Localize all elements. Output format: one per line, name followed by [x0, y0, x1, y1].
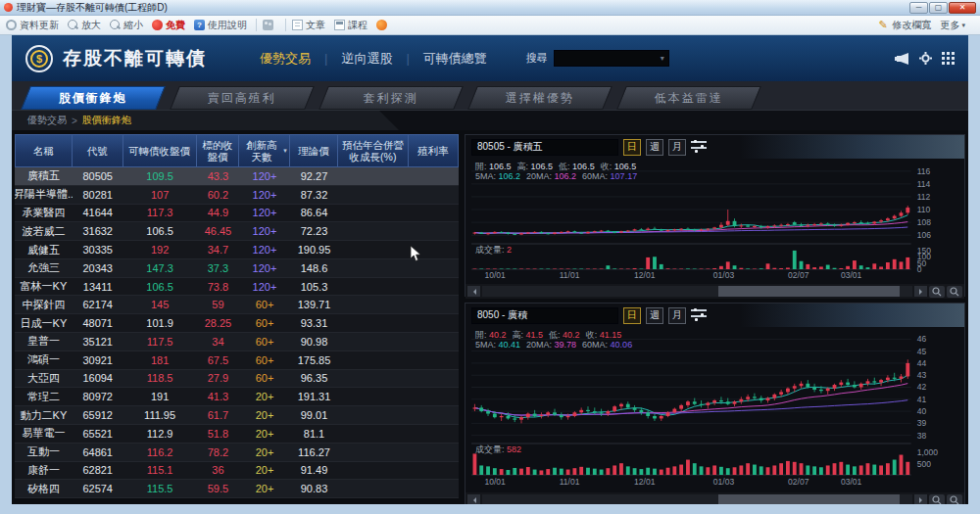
- grid-icon[interactable]: [942, 52, 955, 65]
- period-button-日[interactable]: 日: [623, 307, 641, 324]
- column-header-6[interactable]: 預估年合併營收成長(%): [338, 134, 409, 167]
- toolbar-item[interactable]: 課程: [334, 19, 368, 32]
- close-button[interactable]: ✕: [949, 2, 976, 14]
- zoom-in-button[interactable]: [947, 494, 962, 505]
- cell: 65912: [73, 406, 123, 424]
- volume-value: 582: [507, 444, 521, 454]
- breadcrumb-bar: 優勢交易>股價衝鋒炮: [12, 111, 968, 130]
- column-header-2[interactable]: 可轉債收盤價: [123, 134, 197, 167]
- table-row[interactable]: 富林一KY13411106.573.8120+105.3: [15, 278, 459, 297]
- table-row[interactable]: 波若威二31632106.546.45120+72.23: [15, 222, 459, 241]
- scrollbar-thumb[interactable]: [718, 286, 899, 297]
- table-row[interactable]: 易華電一65521112.951.820+81.1: [15, 425, 459, 444]
- table-row[interactable]: 日成一KY48071101.928.2560+93.31: [15, 314, 459, 333]
- cell: 41644: [73, 205, 123, 222]
- breadcrumb-item[interactable]: 優勢交易: [27, 114, 67, 127]
- toolbar-item[interactable]: [376, 20, 390, 30]
- toolbar-item[interactable]: 放大: [68, 19, 101, 32]
- column-header-0[interactable]: 名稱: [15, 134, 73, 167]
- legend-label: 20MA:: [526, 171, 555, 181]
- toolbar-item[interactable]: 縮小: [110, 19, 143, 32]
- cell: 147.3: [123, 259, 197, 277]
- cell: 61.7: [197, 406, 239, 424]
- cell: [409, 351, 459, 369]
- table-row[interactable]: 互動一64861116.278.220+116.27: [15, 444, 459, 462]
- svg-text:1,000: 1,000: [917, 447, 939, 457]
- table-row[interactable]: 鴻碩一3092118167.560+175.85: [15, 351, 459, 370]
- zoom-in-button[interactable]: [947, 286, 962, 298]
- table-row[interactable]: 康舒一62821115.13620+91.49: [15, 462, 459, 481]
- zoom-out-button[interactable]: [929, 494, 945, 505]
- cell: 175.85: [290, 351, 338, 369]
- symbol-input[interactable]: 8050 - 廣積: [471, 307, 618, 324]
- toolbar-item[interactable]: [263, 20, 276, 30]
- table-row[interactable]: 允強三20343147.337.3120+148.6: [15, 259, 459, 278]
- cell: [409, 480, 459, 497]
- scrollbar-track[interactable]: [482, 286, 912, 297]
- gear-icon[interactable]: [919, 52, 932, 65]
- maximize-button[interactable]: ▢: [929, 2, 948, 14]
- tab-1[interactable]: 賣回高殖利: [170, 86, 315, 110]
- period-button-日[interactable]: 日: [623, 139, 641, 156]
- toolbar-item[interactable]: 更多▾: [940, 19, 965, 32]
- column-header-1[interactable]: 代號: [73, 134, 123, 167]
- period-button-月[interactable]: 月: [668, 307, 686, 324]
- tab-0[interactable]: 股價衝鋒炮: [21, 86, 166, 110]
- svg-text:11/01: 11/01: [560, 477, 580, 487]
- toolbar-item[interactable]: ✎修改欄寬: [878, 19, 931, 32]
- zoom-out-button[interactable]: [929, 286, 945, 298]
- scrollbar-thumb[interactable]: [718, 494, 899, 504]
- search-label: 搜尋: [526, 51, 548, 66]
- table-row[interactable]: 廣積五80505109.543.3120+92.27: [15, 167, 459, 186]
- nav-item-0[interactable]: 優勢交易: [260, 50, 311, 68]
- tab-2[interactable]: 套利探測: [318, 86, 464, 110]
- tab-3[interactable]: 選擇權優勢: [467, 86, 612, 110]
- search-input[interactable]: ▾: [554, 50, 669, 67]
- cell: 191.31: [290, 388, 338, 405]
- column-header-4[interactable]: 創新高天數▾: [239, 134, 290, 167]
- period-button-週[interactable]: 週: [646, 139, 663, 156]
- symbol-input[interactable]: 80505 - 廣積五: [471, 139, 618, 156]
- scroll-left-button[interactable]: [467, 494, 480, 504]
- table-row[interactable]: 皇普一35121117.53460+90.98: [15, 333, 459, 351]
- period-button-月[interactable]: 月: [668, 139, 686, 156]
- scroll-right-button[interactable]: [914, 286, 927, 297]
- scroll-right-button[interactable]: [914, 494, 927, 504]
- table-row[interactable]: 矽格四62574115.559.520+90.83: [15, 480, 459, 498]
- column-header-3[interactable]: 標的收盤價: [197, 134, 239, 167]
- sort-icon: ▾: [283, 147, 287, 155]
- cell: 117.3: [123, 205, 197, 222]
- chart-settings-icon[interactable]: [691, 308, 707, 322]
- table-row[interactable]: 承業醫四41644117.344.9120+86.64: [15, 205, 459, 223]
- tab-4[interactable]: 低本益雷達: [616, 86, 761, 110]
- nav-item-1[interactable]: 逆向選股: [341, 50, 392, 68]
- toolbar-item[interactable]: 資料更新: [6, 19, 59, 32]
- legend-label: 開:: [475, 162, 489, 171]
- cell: 矽格四: [15, 480, 73, 497]
- cell: 60+: [239, 351, 290, 369]
- toolbar-item[interactable]: 文章: [292, 19, 325, 32]
- table-row[interactable]: 動力二KY65912111.9561.720+99.01: [15, 406, 459, 425]
- column-header-5[interactable]: 理論價: [290, 134, 338, 167]
- period-button-週[interactable]: 週: [646, 307, 663, 324]
- nav-item-2[interactable]: 可轉債總覽: [423, 50, 487, 68]
- chevron-down-icon: ▾: [961, 22, 965, 29]
- table-row[interactable]: 大亞四16094118.527.960+96.35: [15, 370, 459, 389]
- table-row[interactable]: 威健五3033519234.7120+190.95: [15, 241, 459, 259]
- cell: [409, 241, 459, 258]
- breadcrumb-item[interactable]: 股價衝鋒炮: [82, 114, 131, 127]
- table-row[interactable]: 昇陽半導體..8028110760.2120+87.32: [15, 186, 459, 205]
- toolbar-item[interactable]: 免費: [152, 19, 185, 32]
- toolbar-item[interactable]: ?使用說明: [194, 19, 247, 32]
- cell: 93.31: [290, 314, 338, 332]
- scroll-left-button[interactable]: [467, 286, 480, 297]
- minimize-button[interactable]: ─: [909, 2, 928, 14]
- table-row[interactable]: 中探針四621741455960+139.71: [15, 296, 459, 314]
- speaker-icon[interactable]: [895, 53, 909, 65]
- cell: 日成一KY: [15, 314, 73, 332]
- dollar-icon: $: [30, 50, 48, 68]
- table-row[interactable]: 常珵二8097219141.320+191.31: [15, 388, 459, 406]
- chart-settings-icon[interactable]: [691, 140, 707, 154]
- column-header-7[interactable]: 殖利率: [409, 134, 459, 167]
- scrollbar-track[interactable]: [482, 494, 912, 504]
